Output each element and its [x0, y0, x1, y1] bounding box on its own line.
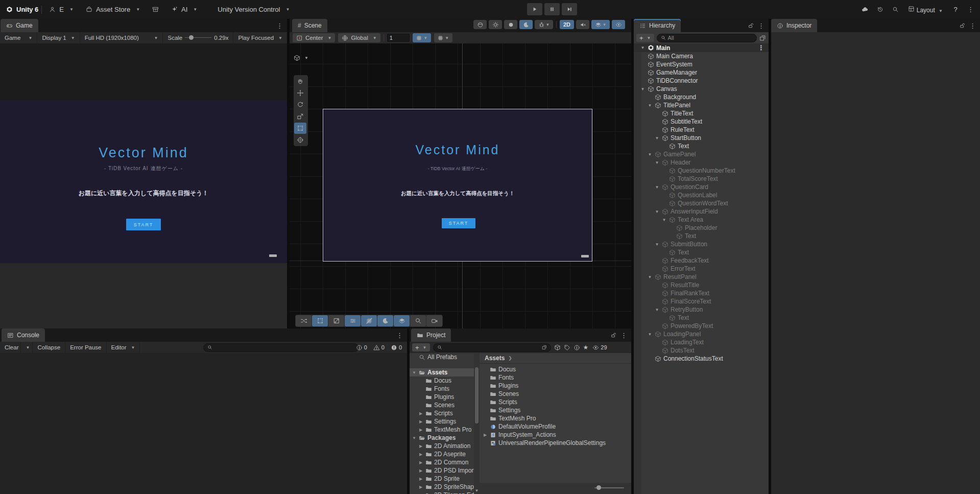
project-tree-item-2d common[interactable]: ▶ 2D Common	[410, 458, 474, 466]
asset-store-menu[interactable]: Asset Store ▼	[80, 0, 146, 19]
hierarchy-item-finalscoretext[interactable]: FinalScoreText	[634, 297, 769, 305]
transform-tool-button[interactable]	[294, 134, 306, 146]
hierarchy-item-gamemanager[interactable]: GameManager	[634, 68, 769, 77]
project-asset-scripts[interactable]: Scripts	[480, 398, 631, 406]
expand-arrow[interactable]: ▼	[661, 218, 667, 222]
expand-arrow[interactable]: ▶	[418, 477, 423, 481]
help-button[interactable]: ?	[949, 4, 962, 16]
circle-toggle[interactable]	[504, 20, 517, 29]
grid-size-input[interactable]	[387, 34, 410, 42]
project-tree-item-settings[interactable]: ▶ Settings	[410, 417, 474, 426]
hierarchy-item-totalscoretext[interactable]: TotalScoreText	[634, 175, 769, 183]
expand-arrow[interactable]: ▼	[654, 185, 660, 190]
project-asset-plugins[interactable]: Plugins	[480, 382, 631, 390]
clear-dropdown[interactable]: ▼	[21, 342, 33, 353]
project-tree-item-fonts[interactable]: Fonts	[410, 385, 474, 393]
snap-toggle[interactable]: ▼	[434, 33, 452, 42]
layout-menu[interactable]: Layout ▼	[904, 6, 947, 14]
rect-tool-tool-button[interactable]	[294, 123, 306, 134]
hierarchy-item-text[interactable]: Text	[634, 232, 769, 240]
hierarchy-scene-row[interactable]: ▼ Main ⋮	[634, 43, 769, 52]
hierarchy-item-text area[interactable]: ▼ Text Area	[634, 216, 769, 224]
tab-hierarchy[interactable]: Hierarchy	[634, 19, 681, 32]
hierarchy-item-dotstext[interactable]: DotsText	[634, 346, 769, 355]
project-tree-item-2d spriteshape[interactable]: ▶ 2D SpriteShape	[410, 483, 474, 491]
expand-arrow[interactable]: ▼	[647, 103, 653, 108]
scene-gizmo-dropdown[interactable]: ▼	[294, 55, 308, 61]
scene-viewport[interactable]: Vector Mind - TiDB Vector AI 連想ゲーム - お題に…	[290, 43, 631, 328]
expand-arrow[interactable]: ▶	[418, 411, 423, 416]
expand-arrow[interactable]: ▶	[418, 444, 423, 449]
project-tree-item-docus[interactable]: Docus	[410, 377, 474, 385]
scene-canvas-rect[interactable]: Vector Mind - TiDB Vector AI 連想ゲーム - お題に…	[323, 109, 592, 262]
create-asset-button[interactable]: +▼	[412, 343, 430, 351]
create-object-button[interactable]: +▼	[636, 34, 654, 42]
sun-toggle[interactable]	[489, 20, 502, 29]
tab-inspector[interactable]: Inspector	[771, 19, 817, 32]
expand-arrow[interactable]: ▼	[654, 242, 660, 247]
game-start-button[interactable]: START	[126, 219, 161, 230]
hierarchy-item-loadingpanel[interactable]: ▼ LoadingPanel	[634, 330, 769, 338]
eye-toggle[interactable]	[612, 20, 625, 29]
hierarchy-item-text[interactable]: Text	[634, 314, 769, 322]
project-tree-item-2d aseprite[interactable]: ▶ 2D Aseprite	[410, 450, 474, 458]
hierarchy-item-startbutton[interactable]: ▼ StartButton	[634, 134, 769, 142]
hierarchy-item-eventsystem[interactable]: EventSystem	[634, 60, 769, 68]
project-tree-item-plugins[interactable]: Plugins	[410, 393, 474, 401]
project-tree-item-packages[interactable]: ▼ Packages	[410, 434, 474, 442]
layers-toggle[interactable]: ▼	[591, 20, 610, 29]
hierarchy-item-questionnumbertext[interactable]: QuestionNumberText	[634, 167, 769, 175]
console-panel-menu[interactable]: ⋮	[393, 332, 406, 339]
expand-arrow[interactable]: ▶	[418, 468, 423, 473]
expand-arrow[interactable]: ▶	[418, 485, 423, 489]
expand-arrow[interactable]: ▼	[412, 436, 417, 440]
expand-arrow[interactable]: ▼	[654, 160, 660, 165]
hierarchy-item-placeholder[interactable]: Placeholder	[634, 224, 769, 232]
console-log-area[interactable]	[0, 353, 407, 494]
error-count[interactable]: 0	[388, 344, 405, 351]
expand-arrow[interactable]: ▼	[647, 332, 653, 337]
hierarchy-search-input[interactable]: All	[657, 34, 757, 42]
tab-project[interactable]: Project	[411, 328, 451, 342]
import-status-icon[interactable]	[573, 344, 580, 351]
project-tree-item-2d sprite[interactable]: ▶ 2D Sprite	[410, 475, 474, 483]
bug-toggle[interactable]: ▼	[535, 20, 553, 29]
hierarchy-item-finalranktext[interactable]: FinalRankText	[634, 289, 769, 297]
expand-arrow[interactable]: ▶	[483, 433, 488, 437]
info-count[interactable]: 0	[353, 344, 370, 351]
hierarchy-item-questioncard[interactable]: ▼ QuestionCard	[634, 183, 769, 191]
sphere-toggle[interactable]	[473, 20, 487, 29]
hierarchy-item-errortext[interactable]: ErrorText	[634, 265, 769, 273]
project-tree-item-scenes[interactable]: Scenes	[410, 401, 474, 409]
project-search-input[interactable]	[433, 343, 551, 352]
expand-arrow[interactable]: ▼	[640, 87, 646, 91]
scrollbar-thumb[interactable]	[475, 367, 479, 424]
collapse-button[interactable]: Collapse	[33, 342, 65, 353]
open-search-window-icon[interactable]	[759, 35, 766, 41]
hierarchy-panel-menu[interactable]: ⋮	[755, 22, 768, 30]
project-asset-scenes[interactable]: Scenes	[480, 390, 631, 398]
sliders-toggle-button[interactable]	[345, 315, 361, 326]
tab-scene[interactable]: # Scene	[292, 19, 327, 32]
pause-button[interactable]	[544, 3, 560, 15]
project-asset-universalrenderpipelineglobalsettings[interactable]: UniversalRenderPipelineGlobalSettings	[480, 439, 631, 447]
layers-toggle-button[interactable]	[394, 315, 410, 326]
version-control-menu[interactable]: Unity Version Control ▼	[211, 0, 296, 19]
scale-slider[interactable]	[185, 35, 211, 40]
project-asset-inputsystem_actions[interactable]: ▶ InputSystem_Actions	[480, 431, 631, 439]
history-button[interactable]	[873, 4, 887, 16]
2d-mode-toggle[interactable]: 2D	[560, 20, 574, 29]
lock-icon[interactable]	[610, 332, 616, 338]
hierarchy-item-text[interactable]: Text	[634, 142, 769, 150]
hierarchy-item-text[interactable]: Text	[634, 248, 769, 256]
rect-tool-toggle-button[interactable]	[312, 315, 328, 326]
tab-game[interactable]: Game	[1, 19, 38, 32]
hierarchy-item-questionwordtext[interactable]: QuestionWordText	[634, 199, 769, 207]
tool-handle-position-dropdown[interactable]: Center ▼	[293, 33, 335, 42]
project-asset-settings[interactable]: Settings	[480, 406, 631, 414]
project-tree-item-2d psd importer[interactable]: ▶ 2D PSD Importer	[410, 466, 474, 475]
expand-arrow[interactable]: ▼	[654, 209, 660, 214]
hierarchy-item-header[interactable]: ▼ Header	[634, 158, 769, 167]
search-button[interactable]	[889, 4, 902, 16]
hierarchy-item-retrybutton[interactable]: ▼ RetryButton	[634, 305, 769, 314]
